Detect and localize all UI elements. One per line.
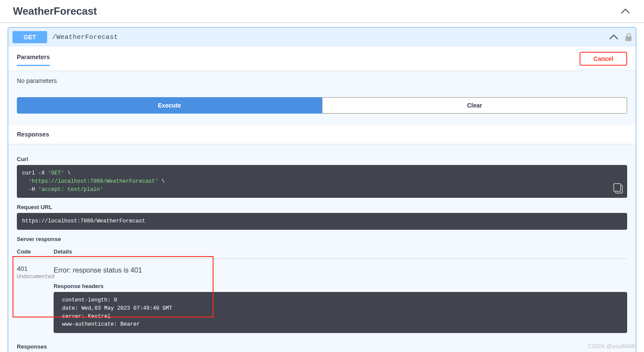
request-url-label: Request URL bbox=[17, 204, 627, 210]
request-url-value[interactable]: https://localhost:7080/WeatherForecast bbox=[17, 213, 627, 230]
action-buttons: Execute Clear bbox=[17, 97, 627, 114]
execute-button[interactable]: Execute bbox=[17, 97, 322, 114]
server-response-label: Server response bbox=[17, 236, 627, 242]
responses-header: Responses bbox=[8, 125, 636, 144]
copy-icon[interactable] bbox=[615, 185, 623, 193]
error-message: Error: response status is 401 bbox=[54, 266, 627, 274]
operation-summary[interactable]: GET /WeatherForecast bbox=[8, 28, 636, 47]
http-method-badge: GET bbox=[13, 31, 47, 43]
status-code: 401 bbox=[17, 265, 54, 272]
lock-icon[interactable] bbox=[625, 33, 631, 41]
clear-button[interactable]: Clear bbox=[322, 97, 627, 114]
response-headers-block[interactable]: content-length: 0 date: Wed,03 May 2023 … bbox=[54, 292, 627, 333]
parameters-tab[interactable]: Parameters bbox=[17, 51, 50, 66]
responses-section-label: Responses bbox=[17, 343, 627, 350]
col-code: Code bbox=[17, 248, 54, 255]
chevron-up-icon[interactable] bbox=[622, 9, 631, 14]
no-parameters-text: No parameters bbox=[17, 77, 627, 84]
server-response-table-header: Code Details bbox=[17, 245, 627, 259]
tag-name: WeatherForecast bbox=[13, 5, 97, 17]
endpoint-path: /WeatherForecast bbox=[52, 34, 118, 41]
response-headers-label: Response headers bbox=[54, 283, 627, 289]
curl-label: Curl bbox=[17, 156, 627, 162]
server-response-row: 401 Undocumented Error: response status … bbox=[17, 259, 627, 339]
undocumented-label: Undocumented bbox=[17, 274, 54, 280]
col-details: Details bbox=[54, 248, 627, 255]
cancel-button[interactable]: Cancel bbox=[580, 52, 627, 66]
parameters-header: Parameters Cancel bbox=[8, 47, 636, 70]
tag-header[interactable]: WeatherForecast bbox=[0, 0, 644, 23]
chevron-up-icon[interactable] bbox=[611, 35, 619, 40]
curl-command[interactable]: curl -X 'GET' \ 'https://localhost:7080/… bbox=[17, 165, 627, 198]
operation-block: GET /WeatherForecast Parameters Cancel N… bbox=[8, 27, 636, 352]
